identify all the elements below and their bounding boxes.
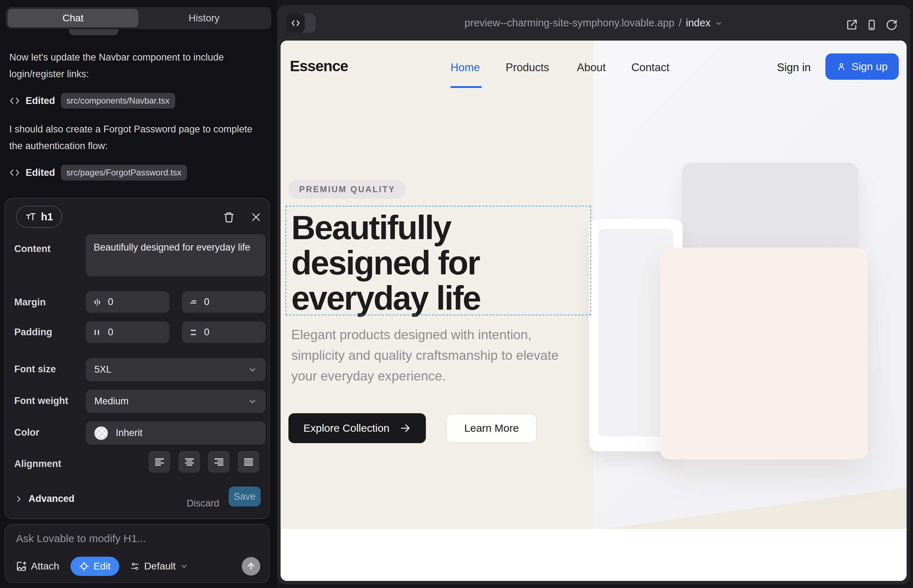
hero-description: Elegant products designed with intention…: [291, 325, 580, 386]
refresh-button[interactable]: [884, 17, 900, 33]
active-nav-underline: [450, 86, 482, 88]
color-label: Color: [14, 427, 39, 438]
content-input[interactable]: Beautifully designed for everyday life: [86, 234, 265, 276]
align-left-button[interactable]: [149, 451, 170, 473]
chevron-right-icon: [14, 494, 24, 504]
align-center-icon: [183, 456, 196, 468]
save-button[interactable]: Save: [228, 486, 261, 507]
color-swatch: [94, 426, 108, 440]
padding-horizontal-icon: [92, 328, 102, 338]
font-weight-label: Font weight: [14, 396, 68, 407]
mode-label: Default: [144, 561, 176, 572]
chevron-down-icon: [715, 19, 722, 27]
sidebar-tabs: Chat History: [6, 7, 271, 29]
explore-collection-label: Explore Collection: [303, 422, 390, 434]
align-right-icon: [213, 456, 225, 468]
advanced-toggle[interactable]: Advanced: [14, 493, 74, 504]
margin-x-input[interactable]: [108, 297, 151, 307]
code-icon: [9, 167, 20, 178]
align-left-icon: [154, 456, 165, 468]
code-icon: [9, 95, 20, 106]
url-domain: preview--charming-site-symphony.lovable.…: [465, 17, 674, 29]
tag-label: h1: [41, 211, 53, 223]
edit-label: Edit: [93, 561, 110, 572]
margin-x-field: [86, 291, 170, 313]
edited-label: Edited: [26, 95, 55, 107]
sign-in-link[interactable]: Sign in: [777, 61, 811, 74]
url-page: index: [686, 17, 711, 29]
margin-horizontal-icon: [92, 297, 102, 307]
margin-vertical-icon: [188, 297, 198, 307]
nav-link-products[interactable]: Products: [506, 61, 549, 74]
content-field: Beautifully designed for everyday life: [86, 234, 265, 276]
margin-y-field: [182, 291, 265, 313]
selected-element-tag[interactable]: h1: [16, 206, 62, 228]
padding-y-input[interactable]: [204, 327, 247, 338]
decorative-card-cream: [660, 248, 868, 459]
font-weight-select[interactable]: Medium: [86, 390, 265, 413]
tab-history[interactable]: History: [139, 9, 270, 27]
content-label: Content: [14, 244, 50, 255]
explore-collection-button[interactable]: Explore Collection: [288, 413, 426, 443]
chat-message: I should also create a Forgot Password p…: [9, 121, 267, 155]
discard-button[interactable]: Discard: [183, 493, 223, 513]
chevron-down-icon: [180, 562, 188, 570]
nav-link-about[interactable]: About: [577, 61, 606, 74]
file-chip[interactable]: src/pages/ForgotPassword.tsx: [61, 165, 187, 181]
file-chip[interactable]: src/components/Navbar.tsx: [61, 93, 175, 108]
composer-input[interactable]: [16, 533, 258, 552]
arrow-up-icon: [246, 561, 256, 571]
sliders-icon: [130, 561, 140, 571]
premium-quality-badge: PREMIUM QUALITY: [288, 180, 406, 199]
nav-link-home[interactable]: Home: [450, 61, 480, 74]
sign-up-button[interactable]: Sign up: [826, 53, 899, 80]
edit-mode-button[interactable]: Edit: [71, 557, 119, 576]
padding-x-field: [86, 321, 170, 343]
refresh-icon: [885, 19, 898, 31]
chevron-down-icon: [248, 397, 257, 406]
image-plus-icon: [16, 561, 27, 572]
type-icon: [25, 212, 36, 222]
open-external-button[interactable]: [844, 17, 860, 33]
font-size-value: 5XL: [94, 364, 112, 375]
site-viewport: Essence Home Products About Contact Sign…: [281, 40, 907, 581]
delete-element-button[interactable]: [221, 209, 237, 225]
preview-browser-panel: preview--charming-site-symphony.lovable.…: [277, 5, 910, 585]
color-select[interactable]: Inherit: [86, 422, 265, 444]
edited-file-row: Edited src/components/Navbar.tsx: [9, 92, 175, 109]
font-weight-value: Medium: [94, 396, 129, 407]
attach-button[interactable]: Attach: [16, 561, 59, 572]
element-editor-panel: h1 Content Beautifully designed for ever…: [5, 198, 270, 519]
alignment-label: Alignment: [14, 459, 61, 470]
chat-composer: Attach Edit Default: [5, 524, 270, 583]
hero-heading[interactable]: Beautifully designed for everyday life: [291, 210, 594, 316]
chat-sidebar: Chat History Now let's update the Navbar…: [0, 0, 277, 588]
url-bar[interactable]: preview--charming-site-symphony.lovable.…: [277, 5, 910, 40]
site-logo[interactable]: Essence: [290, 58, 348, 75]
trash-icon: [223, 212, 235, 223]
tab-chat[interactable]: Chat: [8, 9, 139, 27]
align-justify-button[interactable]: [238, 451, 259, 473]
close-icon: [250, 212, 262, 223]
mobile-view-button[interactable]: [864, 17, 879, 33]
sign-up-label: Sign up: [851, 60, 888, 73]
user-icon: [837, 61, 847, 71]
send-button[interactable]: [242, 557, 260, 575]
color-value: Inherit: [116, 428, 142, 438]
font-size-label: Font size: [14, 364, 56, 375]
font-size-select[interactable]: 5XL: [86, 358, 265, 381]
margin-y-input[interactable]: [204, 297, 247, 307]
close-editor-button[interactable]: [248, 209, 264, 225]
align-right-button[interactable]: [208, 451, 230, 473]
mode-select[interactable]: Default: [130, 561, 189, 572]
edited-label: Edited: [26, 167, 55, 178]
external-link-icon: [846, 19, 858, 31]
nav-link-contact[interactable]: Contact: [631, 61, 669, 74]
padding-x-input[interactable]: [108, 327, 151, 338]
arrow-right-icon: [400, 423, 411, 434]
padding-y-field: [182, 321, 265, 343]
learn-more-button[interactable]: Learn More: [446, 414, 537, 443]
edited-file-row: Edited src/pages/ForgotPassword.tsx: [9, 165, 187, 181]
attach-label: Attach: [31, 561, 59, 572]
align-center-button[interactable]: [178, 451, 200, 473]
